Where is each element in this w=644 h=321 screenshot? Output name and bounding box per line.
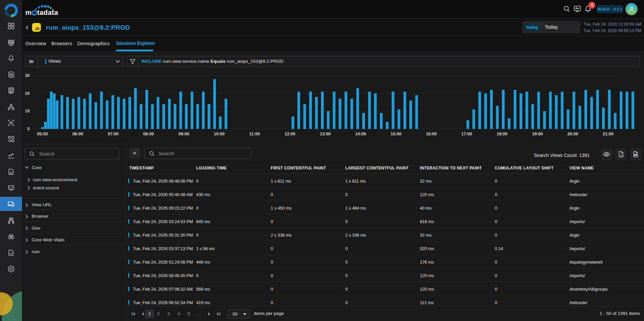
svg-text:20:00: 20:00 xyxy=(567,132,578,136)
svg-text:30: 30 xyxy=(25,73,30,78)
svg-text:20: 20 xyxy=(25,91,30,96)
svg-text:09:00: 09:00 xyxy=(179,132,189,136)
svg-text:11:00: 11:00 xyxy=(249,132,260,136)
svg-text:16:00: 16:00 xyxy=(426,132,437,136)
svg-text:18:00: 18:00 xyxy=(497,132,508,136)
svg-text:10:00: 10:00 xyxy=(214,132,225,136)
svg-text:21:00: 21:00 xyxy=(603,132,614,136)
svg-text:17:00: 17:00 xyxy=(461,132,472,136)
svg-text:13:00: 13:00 xyxy=(320,132,331,136)
svg-text:08:00: 08:00 xyxy=(143,132,154,136)
svg-text:12:00: 12:00 xyxy=(285,132,295,136)
svg-text:10: 10 xyxy=(25,109,30,113)
svg-text:07:00: 07:00 xyxy=(108,132,118,136)
svg-text:14:00: 14:00 xyxy=(355,132,366,136)
svg-text:0: 0 xyxy=(27,127,30,131)
svg-text:06:00: 06:00 xyxy=(72,132,83,136)
svg-text:15:00: 15:00 xyxy=(391,132,401,136)
svg-text:05:00: 05:00 xyxy=(37,132,48,136)
svg-text:19:00: 19:00 xyxy=(532,132,543,136)
